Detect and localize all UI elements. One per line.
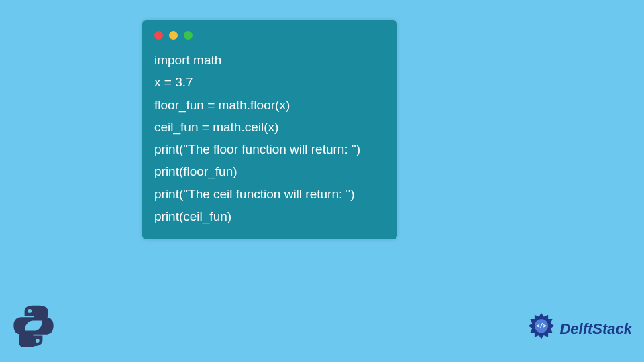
minimize-icon: [169, 31, 178, 40]
code-line: import math: [154, 49, 388, 71]
delftstack-badge-icon: </>: [526, 312, 557, 346]
svg-text:</>: </>: [537, 322, 547, 329]
code-line: floor_fun = math.floor(x): [154, 94, 388, 116]
code-line: ceil_fun = math.ceil(x): [154, 116, 388, 138]
window-controls: [152, 31, 388, 40]
code-line: x = 3.7: [154, 71, 388, 93]
code-line: print(ceil_fun): [154, 205, 388, 227]
code-line: print("The floor function will return: "…: [154, 138, 388, 160]
code-window: import math x = 3.7 floor_fun = math.flo…: [142, 20, 397, 239]
code-block: import math x = 3.7 floor_fun = math.flo…: [152, 49, 388, 227]
code-line: print(floor_fun): [154, 160, 388, 182]
code-line: print("The ceil function will return: "): [154, 183, 388, 205]
delftstack-label: DelftStack: [559, 320, 632, 338]
delftstack-logo: </> DelftStack: [526, 312, 632, 346]
python-logo-icon: [12, 304, 55, 347]
close-icon: [154, 31, 163, 40]
maximize-icon: [184, 31, 193, 40]
